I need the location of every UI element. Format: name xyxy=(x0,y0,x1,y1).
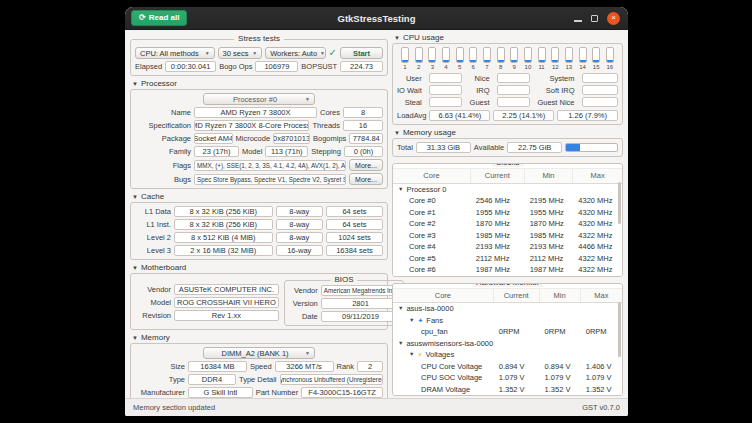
speed-label: Speed xyxy=(250,362,272,371)
bugs-more-button[interactable]: More... xyxy=(349,173,383,185)
clock-row[interactable]: Core #0 2546 MHz 2195 MHz 4320 MHz xyxy=(393,195,622,207)
cache-sets-value: 64 sets xyxy=(326,206,383,217)
clock-row[interactable]: Core #1 1955 MHz 1955 MHz 4320 MHz xyxy=(393,207,622,219)
col-max[interactable]: Max xyxy=(573,169,622,183)
col-max[interactable]: Max xyxy=(581,289,622,303)
processor-selector[interactable]: Processor #0 ▼ xyxy=(203,93,315,105)
processor-row: Flags MMX, (+), SSE(1, 2, 3, 3S, 4.1, 4.… xyxy=(135,159,383,171)
cache-sets-value: 16384 sets xyxy=(326,245,383,256)
memory-expander[interactable]: ▼ Memory xyxy=(132,333,388,342)
clock-row[interactable]: Core #6 1987 MHz 1987 MHz 4322 MHz xyxy=(393,264,622,276)
sensor-min: 1.352 V xyxy=(540,385,581,394)
guest-label: Guest xyxy=(470,98,490,107)
hwmon-sensor-row[interactable]: CPU SOC Voltage 1.079 V 1.079 V 1.079 V xyxy=(393,372,622,384)
hwmon-sensor-row[interactable]: cpu_fan 0RPM 0RPM 0RPM xyxy=(393,326,622,338)
maximize-icon[interactable] xyxy=(591,15,598,22)
expander-icon[interactable]: ▼ xyxy=(398,306,403,312)
col-core[interactable]: Core xyxy=(393,169,471,183)
processor-row: Family 23 (17h) Model 113 (71h) Stepping… xyxy=(135,146,383,157)
usage-bar xyxy=(456,47,464,63)
bopsust-value: 224.73 xyxy=(340,61,383,72)
available-value: 22.75 GiB xyxy=(507,142,562,153)
hwmon-sensor-row[interactable]: DRAM Voltage 1.352 V 1.352 V 1.352 V xyxy=(393,384,622,396)
read-all-button[interactable]: ⟳ Read all xyxy=(131,10,187,26)
cpu-usage-expander[interactable]: ▼ CPU usage xyxy=(394,33,623,42)
motherboard-expander[interactable]: ▼ Motherboard xyxy=(132,263,388,272)
cpu-core-bar: 15 xyxy=(590,47,602,70)
hwmon-chip-row[interactable]: ▼asuswmisensors-isa-0000 xyxy=(393,338,622,350)
hwmon-sensor-row[interactable]: VDDP Voltage 0.556 V 0.545 V 0.556 V xyxy=(393,395,622,396)
minimize-icon[interactable] xyxy=(574,20,582,22)
expander-icon[interactable]: ▼ xyxy=(409,318,414,324)
bopsust-label: BOPSUST xyxy=(301,62,337,71)
memory-usage-expander[interactable]: ▼ Memory usage xyxy=(394,128,623,137)
cache-ways-value: 8-way xyxy=(276,232,323,243)
clock-max: 4322 MHz xyxy=(573,265,622,274)
memory-row: Size 16384 MB Speed 3266 MT/s Rank 2 xyxy=(135,361,383,372)
cache-expander[interactable]: ▼ Cache xyxy=(132,192,388,201)
hwmon-category-row[interactable]: ▼⚡Voltages xyxy=(393,349,622,361)
duration-dropdown[interactable]: 30 secs ▼ xyxy=(218,47,263,59)
workers-dropdown[interactable]: Workers: Auto ▼ xyxy=(265,47,325,59)
usage-bar xyxy=(497,47,505,63)
core-number: 6 xyxy=(472,64,475,70)
col-min[interactable]: Min xyxy=(540,289,581,303)
clock-row[interactable]: Core #3 1985 MHz 1985 MHz 4322 MHz xyxy=(393,230,622,242)
clock-min: 1955 MHz xyxy=(525,208,574,217)
chip-cell: ▼asuswmisensors-isa-0000 xyxy=(393,339,494,348)
loadavg-label: LoadAvg xyxy=(397,111,426,120)
hwmon-category-row[interactable]: ▼✦Fans xyxy=(393,315,622,327)
clocks-scrollbar[interactable] xyxy=(618,182,621,224)
cpu-method-dropdown[interactable]: CPU: All methods ▼ xyxy=(135,47,215,59)
cache-section-label: Cache xyxy=(141,192,164,201)
size-value: 16384 MB xyxy=(188,361,247,372)
memory-section-label: Memory xyxy=(141,333,170,342)
ready-check-icon: ✓ xyxy=(329,48,337,58)
flags-more-button[interactable]: More... xyxy=(349,159,383,171)
col-current[interactable]: Current xyxy=(471,169,525,183)
col-current[interactable]: Current xyxy=(494,289,540,303)
clock-row[interactable]: Core #2 1870 MHz 1870 MHz 4320 MHz xyxy=(393,218,622,230)
motherboard-row: Revision Rev 1.xx xyxy=(135,310,279,321)
expander-icon[interactable]: ▼ xyxy=(409,352,414,358)
chevron-down-icon: ▼ xyxy=(320,50,325,56)
category-cell: ▼⚡Voltages xyxy=(393,350,494,359)
cores-label: Cores xyxy=(320,108,340,117)
part-number-value: F4-3000C15-16GTZ xyxy=(301,387,383,398)
clock-min: 1985 MHz xyxy=(525,231,574,240)
clock-row[interactable]: Core #4 2193 MHz 2193 MHz 4466 MHz xyxy=(393,241,622,253)
usage-bar xyxy=(579,47,587,63)
clock-current: 2193 MHz xyxy=(471,242,525,251)
hwmon-chip-row[interactable]: ▼asus-isa-0000 xyxy=(393,303,622,315)
hwmon-scrollbar[interactable] xyxy=(618,302,621,357)
close-icon[interactable]: × xyxy=(607,12,620,25)
processor-expander[interactable]: ▼ Processor xyxy=(132,79,388,88)
clock-min: 1987 MHz xyxy=(525,265,574,274)
bugs-label: Bugs xyxy=(135,175,191,184)
group-label: Processor 0 xyxy=(406,185,446,194)
right-column: ▼ CPU usage 1 2 3 4 5 6 7 8 9 10 11 12 xyxy=(392,33,623,396)
bios-version-value: 2801 xyxy=(321,298,401,309)
cache-size-value: 8 x 32 KiB (256 KiB) xyxy=(174,219,273,230)
dimm-selector[interactable]: DIMM_A2 (BANK 1) ▼ xyxy=(203,347,315,359)
col-min[interactable]: Min xyxy=(525,169,574,183)
bios-section: BIOS Vendor American Megatrends Inc. Ver… xyxy=(284,280,405,326)
loadavg-15min: 1.26 (7.9%) xyxy=(557,110,618,121)
available-label: Available xyxy=(474,143,504,152)
motherboard-row: Model ROG CROSSHAIR VII HERO xyxy=(135,297,279,308)
expander-icon[interactable]: ▼ xyxy=(398,341,403,347)
clock-row[interactable]: Core #5 2112 MHz 2112 MHz 4322 MHz xyxy=(393,253,622,265)
softirq-label: Soft IRQ xyxy=(537,86,574,95)
start-button[interactable]: Start xyxy=(340,47,383,59)
duration-value: 30 secs xyxy=(223,49,249,58)
usage-bar xyxy=(469,47,477,63)
clock-max: 4320 MHz xyxy=(573,196,622,205)
hwmon-sensor-row[interactable]: CPU Core Voltage 0.894 V 0.894 V 1.406 V xyxy=(393,361,622,373)
col-core[interactable]: Core xyxy=(393,289,494,303)
expander-icon[interactable]: ▼ xyxy=(398,187,403,193)
type-detail-value: Synchronous Unbuffered (Unregistered) xyxy=(280,374,383,385)
usage-bar xyxy=(401,47,409,63)
fan-icon: ✦ xyxy=(417,317,423,324)
clocks-group-row[interactable]: ▼Processor 0 xyxy=(393,184,622,196)
usage-bar xyxy=(592,47,600,63)
